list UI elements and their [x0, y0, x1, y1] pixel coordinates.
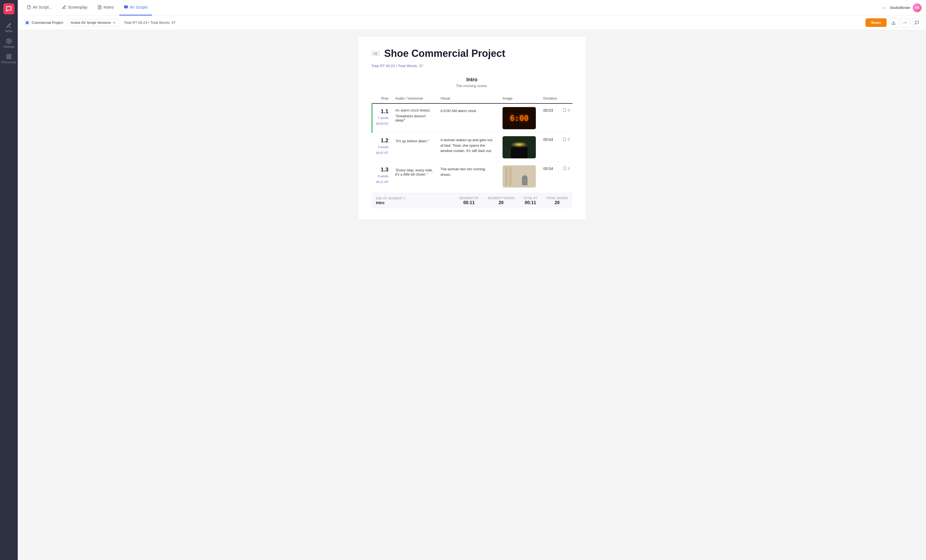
- total-rt-value: 00:11: [524, 200, 537, 205]
- resources-icon: [6, 54, 12, 59]
- stat-total-rt: TOTAL RT 00:11: [524, 197, 537, 205]
- row-1-3-notes[interactable]: 0: [561, 162, 572, 175]
- sidebar-item-write[interactable]: Write: [0, 20, 18, 36]
- table-row: 1.1 7 words 00:03 RT An alarm clock beep…: [372, 103, 572, 133]
- stat-total-words: TOTAL WORDS 20: [546, 197, 568, 205]
- breadcrumb-commercial-project[interactable]: Commercial Project: [22, 19, 65, 27]
- more-actions-button[interactable]: [900, 18, 910, 27]
- version-badge: v1: [372, 51, 380, 56]
- segment-stats: SEGMENT RT 00:11 SEGMENT WORDS 20 TOTAL …: [459, 197, 568, 205]
- shoes-pillar-2: [509, 167, 511, 186]
- user-area[interactable]: StudioBinder SB: [890, 3, 921, 12]
- segment-rt-label: SEGMENT RT: [459, 197, 479, 200]
- col-notes: [561, 94, 572, 103]
- script-title: Shoe Commercial Project: [384, 48, 505, 59]
- sidebar-item-resources-label: Resources: [2, 60, 17, 64]
- row-1-3-num-cell: 1.3 9 words 00:11 RT: [372, 162, 392, 191]
- av-scripts-tab-icon: [124, 5, 128, 9]
- comment-button[interactable]: [912, 18, 921, 27]
- svg-point-13: [905, 23, 905, 23]
- row-1-3-audio-quote: "Every step, every mile, it's a little b…: [395, 168, 434, 177]
- user-avatar: SB: [913, 3, 921, 12]
- download-icon: [891, 21, 896, 25]
- row-1-3-visual-text: The woman ties her running shoes.: [440, 167, 485, 177]
- version-selector-dropdown[interactable]: Active AV Script Versions: [67, 19, 120, 26]
- script-document: v1 Shoe Commercial Project Total RT 00:2…: [358, 36, 586, 220]
- row-1-2-image[interactable]: [499, 133, 540, 162]
- svg-point-0: [8, 41, 10, 42]
- segment-words-value: 20: [487, 200, 514, 205]
- row-1-3-rt: 00:11 RT: [375, 180, 389, 184]
- tab-av-script[interactable]: AV Script...: [22, 0, 56, 15]
- stat-segment-rt: SEGMENT RT 00:11: [459, 197, 479, 205]
- svg-rect-10: [26, 21, 29, 24]
- segment-end-name: Intro: [376, 201, 406, 205]
- row-1-2-duration: 00:04: [540, 133, 561, 162]
- row-1-2-image-thumb: [502, 136, 536, 158]
- table-row: 1.3 9 words 00:11 RT "Every step, every …: [372, 162, 572, 191]
- download-button[interactable]: [889, 18, 898, 27]
- segment-words-label: SEGMENT WORDS: [487, 197, 514, 200]
- tab-screenplay-label: Screenplay: [68, 5, 88, 9]
- col-audio: Audio / Voiceover: [392, 94, 437, 103]
- total-words-value: 20: [546, 200, 568, 205]
- tab-notes[interactable]: Notes: [93, 0, 118, 15]
- row-1-1-image[interactable]: 6:00: [499, 103, 540, 133]
- tab-screenplay[interactable]: Screenplay: [57, 0, 92, 15]
- content-area: v1 Shoe Commercial Project Total RT 00:2…: [18, 30, 926, 560]
- notes-icon: [563, 108, 567, 112]
- sidebar-item-settings[interactable]: Settings: [0, 36, 18, 51]
- dawn-light: [511, 142, 528, 147]
- row-1-2-visual-text: A woman wakes up and gets out of bed. Ti…: [440, 138, 492, 153]
- segment-end-info: END OF SEGMENT 1 Intro: [376, 197, 406, 205]
- row-1-1-words: 7 words: [376, 116, 389, 121]
- chevron-down-icon: [112, 21, 116, 25]
- row-1-2-rt: 00:07 RT: [375, 151, 389, 155]
- notes-icon: [563, 166, 567, 170]
- top-navigation: AV Script... Screenplay Notes AV Scripts…: [18, 0, 926, 15]
- stats-text: Total RT 00:23 • Total Words: 37: [124, 21, 176, 25]
- settings-icon: [6, 38, 12, 44]
- ellipsis-icon: [903, 21, 908, 25]
- row-1-3-words: 9 words: [375, 174, 389, 179]
- sidebar-item-resources[interactable]: Resources: [0, 51, 18, 66]
- row-1-2-audio-quote: "It's up before dawn.": [395, 139, 434, 143]
- row-1-1-notes-count: 0: [568, 108, 570, 112]
- row-1-3-image[interactable]: [499, 162, 540, 191]
- stat-segment-words: SEGMENT WORDS 20: [487, 197, 514, 205]
- row-1-2-notes[interactable]: 0: [561, 133, 572, 146]
- svg-rect-7: [124, 6, 128, 8]
- row-1-2-notes-count: 0: [568, 137, 570, 142]
- screenplay-tab-icon: [62, 5, 66, 9]
- row-1-1-id: 1.1: [376, 108, 389, 115]
- row-1-1-rt: 00:03 RT: [376, 121, 389, 126]
- row-1-3-notes-count: 0: [568, 166, 570, 171]
- tab-av-script-label: AV Script...: [33, 5, 52, 9]
- version-selector-label: Active AV Script Versions: [71, 21, 111, 25]
- table-row: 1.2 4 words 00:07 RT "It's up before daw…: [372, 133, 572, 162]
- row-1-1-num-cell: 1.1 7 words 00:03 RT: [372, 103, 392, 133]
- tab-av-scripts[interactable]: AV Scripts: [120, 0, 152, 15]
- col-image: Image: [499, 94, 540, 103]
- dawn-silhouette: [511, 147, 528, 158]
- script-subtitle: Total RT 00:23 • Total Words: 37: [372, 64, 572, 68]
- col-visual: Visual: [437, 94, 499, 103]
- row-1-3-duration: 00:04: [540, 162, 561, 191]
- avatar-initials: SB: [915, 6, 920, 10]
- col-row: Row: [372, 94, 392, 103]
- row-1-1-visual: A 6:00 AM alarm clock.: [437, 103, 499, 133]
- app-logo[interactable]: [3, 3, 14, 14]
- segment-name: Intro: [372, 77, 572, 83]
- more-options-button[interactable]: ···: [880, 2, 889, 13]
- sub-navigation: Commercial Project Active AV Script Vers…: [18, 15, 926, 30]
- svg-rect-1: [7, 54, 9, 56]
- sidebar: Write Settings Resources: [0, 0, 18, 560]
- row-1-2-id: 1.2: [375, 137, 389, 144]
- project-folder-icon: [26, 21, 29, 24]
- row-1-3-image-thumb: [502, 165, 536, 187]
- row-1-1-notes[interactable]: 0: [561, 104, 572, 117]
- script-title-section: v1 Shoe Commercial Project: [372, 48, 572, 59]
- main-content: AV Script... Screenplay Notes AV Scripts…: [18, 0, 926, 560]
- tab-av-scripts-label: AV Scripts: [130, 5, 148, 9]
- share-button[interactable]: Share: [865, 18, 887, 27]
